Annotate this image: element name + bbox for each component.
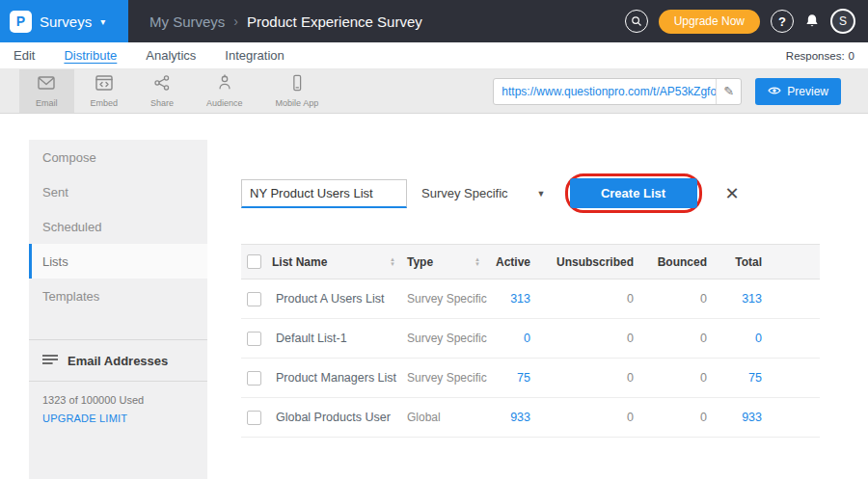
lists-panel: Survey Specific ▼ Create List ✕ List Nam… (241, 173, 820, 438)
email-sidebar: Compose Sent Scheduled Lists Templates E… (29, 140, 207, 479)
edit-url-pencil-icon[interactable]: ✎ (716, 79, 741, 104)
lists-table: List Name Type Active Unsubscribed Bounc… (241, 244, 820, 438)
tool-email[interactable]: Email (19, 69, 74, 113)
topbar: P Surveys ▾ My Surveys › Product Experie… (0, 0, 868, 42)
close-icon[interactable]: ✕ (725, 185, 740, 202)
header-bounced: Bounced (643, 245, 719, 279)
list-lines-icon (42, 352, 58, 369)
select-all-checkbox[interactable] (247, 254, 261, 269)
bounced-count: 0 (643, 398, 719, 438)
list-type: Survey Specific (407, 279, 492, 319)
survey-title: Product Experience Survey (247, 13, 422, 30)
share-icon (152, 74, 172, 95)
unsubscribed-count: 0 (542, 398, 643, 438)
header-unsubscribed: Unsubscribed (542, 245, 643, 279)
breadcrumb-separator-icon: › (233, 13, 238, 29)
notifications-bell-icon[interactable] (804, 13, 820, 30)
table-row: Default List-1 Survey Specific 0 0 0 0 (241, 319, 820, 359)
tab-integration[interactable]: Integration (225, 48, 284, 63)
content-area: Compose Sent Scheduled Lists Templates E… (0, 114, 868, 479)
active-count[interactable]: 75 (492, 359, 542, 398)
questionpro-logo-icon: P (10, 11, 32, 33)
row-checkbox[interactable] (247, 292, 261, 306)
create-list-button[interactable]: Create List (570, 178, 697, 208)
list-name-link[interactable]: Global Products User (272, 398, 407, 438)
tab-analytics[interactable]: Analytics (146, 48, 196, 63)
tool-audience[interactable]: Audience (190, 69, 259, 113)
sidebar-item-compose[interactable]: Compose (29, 140, 207, 174)
sort-icon[interactable] (475, 257, 480, 267)
active-count[interactable]: 933 (492, 398, 542, 438)
sidebar-item-sent[interactable]: Sent (29, 174, 207, 209)
total-count[interactable]: 75 (719, 359, 820, 398)
survey-url-box: https://www.questionpro.com/t/AP53kZgfo … (493, 78, 742, 105)
red-highlight-annotation: Create List (565, 173, 702, 213)
row-checkbox[interactable] (247, 332, 261, 346)
upgrade-now-button[interactable]: Upgrade Now (659, 10, 760, 34)
tool-mobile-app[interactable]: Mobile App (259, 69, 336, 113)
topbar-actions: Upgrade Now ? S (625, 9, 868, 34)
list-type: Survey Specific (407, 359, 492, 398)
tab-distribute[interactable]: Distribute (64, 48, 117, 63)
email-addresses-block: Email Addresses 1323 of 100000 Used UPGR… (29, 339, 207, 431)
unsubscribed-count: 0 (542, 319, 643, 359)
eye-icon (768, 85, 781, 98)
responses-label: Responses: (786, 50, 845, 62)
breadcrumb-my-surveys[interactable]: My Surveys (149, 13, 225, 30)
row-checkbox[interactable] (247, 411, 261, 425)
avatar[interactable]: S (830, 9, 855, 34)
unsubscribed-count: 0 (542, 359, 643, 398)
breadcrumb: My Surveys › Product Experience Survey (149, 13, 422, 30)
list-type: Survey Specific (407, 319, 492, 359)
help-icon[interactable]: ? (771, 10, 794, 33)
usage-text: 1323 of 100000 Used (29, 382, 207, 406)
caret-down-icon: ▼ (537, 189, 546, 199)
tool-embed[interactable]: Embed (74, 69, 135, 113)
header-total: Total (719, 245, 820, 279)
chevron-down-icon: ▾ (100, 16, 105, 27)
list-name-link[interactable]: Product A Users List (272, 279, 407, 319)
list-name-link[interactable]: Default List-1 (272, 319, 407, 359)
unsubscribed-count: 0 (542, 279, 643, 319)
bounced-count: 0 (643, 319, 719, 359)
embed-icon (95, 74, 114, 95)
email-addresses-header: Email Addresses (29, 340, 207, 382)
list-name-input[interactable] (241, 179, 407, 208)
sidebar-item-scheduled[interactable]: Scheduled (29, 209, 207, 244)
total-count[interactable]: 313 (719, 279, 820, 319)
table-row: Product Managers List Survey Specific 75… (241, 359, 820, 398)
sidebar-item-templates[interactable]: Templates (29, 279, 207, 313)
survey-url[interactable]: https://www.questionpro.com/t/AP53kZgfo (494, 85, 716, 98)
tool-share[interactable]: Share (134, 69, 190, 113)
table-header-row: List Name Type Active Unsubscribed Bounc… (241, 245, 820, 279)
app-switcher[interactable]: P Surveys ▾ (0, 0, 128, 42)
sort-icon[interactable] (390, 257, 395, 267)
upgrade-limit-link[interactable]: UPGRADE LIMIT (29, 406, 207, 431)
email-icon (37, 74, 56, 95)
list-type-select[interactable]: Survey Specific ▼ (421, 186, 546, 200)
preview-button[interactable]: Preview (755, 78, 841, 105)
header-list-name: List Name (272, 255, 327, 269)
list-type: Global (407, 398, 492, 438)
total-count[interactable]: 933 (719, 398, 820, 438)
bounced-count: 0 (643, 359, 719, 398)
sidebar-item-lists[interactable]: Lists (29, 244, 207, 279)
product-name: Surveys (40, 13, 92, 30)
row-checkbox[interactable] (247, 371, 261, 386)
responses-count: Responses: 0 (786, 50, 854, 62)
total-count[interactable]: 0 (719, 319, 820, 359)
mobile-app-icon (287, 74, 307, 95)
responses-value: 0 (849, 50, 854, 62)
table-row: Product A Users List Survey Specific 313… (241, 279, 820, 319)
list-name-link[interactable]: Product Managers List (272, 359, 407, 398)
distribute-toolbar: Email Embed Share Audience Mobile App ht… (0, 69, 868, 114)
tab-edit[interactable]: Edit (14, 48, 35, 63)
active-count[interactable]: 313 (492, 279, 542, 319)
bounced-count: 0 (643, 279, 719, 319)
search-icon[interactable] (625, 10, 648, 33)
active-count[interactable]: 0 (492, 319, 542, 359)
create-list-form: Survey Specific ▼ Create List ✕ (241, 173, 820, 213)
audience-icon (215, 74, 234, 95)
header-active: Active (492, 245, 542, 279)
survey-nav: Edit Distribute Analytics Integration Re… (0, 42, 868, 69)
